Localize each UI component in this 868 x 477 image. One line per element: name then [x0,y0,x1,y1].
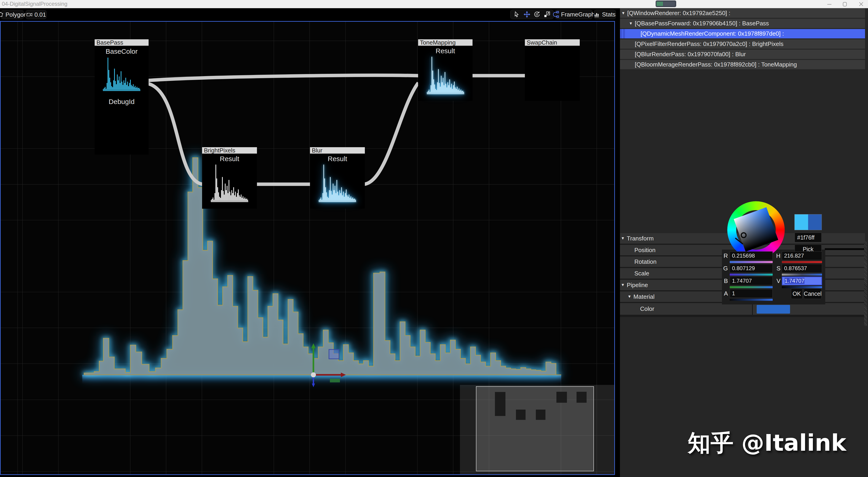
tree-item-label: [QBlurRenderPass: 0x1979070fa00] : Blur [635,51,746,58]
property-label: Pipeline [627,282,648,289]
field-label-R: R [721,251,728,260]
graph-node-blur[interactable]: Blur Result [310,147,365,209]
expand-arrow-icon[interactable]: ▼ [629,21,633,26]
gizmo-origin[interactable] [311,372,316,377]
property-row-color[interactable]: Color [620,303,865,315]
minimap-node [556,392,567,403]
material-color-swatch[interactable] [757,305,790,314]
tree-item-label: [QDynamicMeshRenderComponent: 0x1978f897… [641,30,784,37]
field-input-H[interactable]: 216.827 [782,251,822,260]
selected-object[interactable] [329,349,339,359]
camera-speed-value: 0.01 [34,11,46,18]
stats-toggle-button[interactable]: Stats [594,9,616,19]
minimap-node [516,410,526,420]
node-output-label: Result [418,47,472,55]
node-output-label: DebugId [95,98,149,105]
window-title: 04-DigitalSignalProcessing [2,0,67,8]
polygon-mode-button[interactable]: Polygon [1,10,24,19]
expand-arrow-icon[interactable]: ▼ [621,236,625,241]
expand-arrow-icon[interactable]: ▼ [621,11,625,15]
camera-icon [26,12,33,18]
tree-item-4[interactable]: ▼[QBlurRenderPass: 0x1979070fa00] : Blur [620,50,865,59]
field-slider-G[interactable] [730,274,773,276]
property-label: Material [633,293,654,300]
field-label-A: A [721,289,728,298]
property-label: Position [634,247,656,254]
scale-tool-icon[interactable] [544,11,550,18]
graph-node-brightpixels[interactable]: BrightPixels Result [202,147,257,209]
graph-minimap[interactable] [460,385,615,474]
node-title[interactable]: BrightPixels [202,147,257,154]
property-label: Scale [634,270,649,277]
panel-scrollbar[interactable] [864,241,867,326]
tree-item-label: [QBloomMerageRenderPass: 0x1978f892cb0] … [635,61,797,68]
camera-speed-button[interactable]: 0.01 [26,10,46,19]
ok-button[interactable]: OK [791,288,802,299]
transform-tool-group [510,9,554,19]
field-slider-R[interactable] [730,261,773,263]
hue-handle[interactable] [741,232,747,238]
node-title[interactable]: Blur [310,147,365,154]
node-title[interactable]: SwapChain [525,39,580,46]
property-label: Rotation [634,258,656,265]
rotate-tool-icon[interactable] [534,11,540,18]
framegraph-toggle-button[interactable]: FrameGraph [555,9,592,19]
close-button[interactable] [856,1,866,7]
field-input-V[interactable]: 1.74707 [782,277,822,285]
minimap-viewport-rect[interactable] [476,386,594,471]
field-slider-B[interactable] [730,286,773,288]
node-title[interactable]: ToneMapping [418,39,472,46]
minimize-button[interactable] [825,1,834,7]
minimap-node [536,410,546,420]
field-label-S: S [774,264,780,273]
property-label: Color [640,305,654,312]
stats-icon [594,11,600,18]
current-color-swatch[interactable] [795,214,808,230]
polygon-label: Polygon [5,11,27,18]
maximize-button[interactable] [840,1,849,7]
graph-node-tonemapping[interactable]: ToneMapping Result [418,39,472,101]
expand-arrow-icon[interactable]: ▼ [627,294,631,299]
color-swatches [795,214,822,230]
watermark: 知乎 @Italink [688,428,846,459]
move-tool-icon[interactable] [524,11,530,18]
tonemapping-thumbnail [427,56,464,95]
field-label-V: V [774,277,780,285]
tree-item-2[interactable]: [QDynamicMeshRenderComponent: 0x1978f897… [620,29,865,38]
hue-wheel[interactable] [727,201,785,259]
selection-indent-marker [623,29,625,38]
field-slider-H[interactable] [782,261,822,263]
hex-color-input[interactable]: #1f76ff [795,233,822,242]
node-output-label: BaseColor [95,47,149,55]
field-input-B[interactable]: 1.74707 [730,277,773,285]
field-input-R[interactable]: 0.215698 [730,251,773,260]
tree-item-label: [QBasePassForward: 0x197906b4150] : Base… [635,20,769,27]
field-input-S[interactable]: 0.876537 [782,264,822,273]
title-bar: 04-DigitalSignalProcessing [0,0,868,8]
previous-color-swatch[interactable] [808,214,822,230]
graph-node-swapchain[interactable]: SwapChain [525,39,580,101]
field-input-G[interactable]: 0.807129 [730,264,773,273]
tree-item-0[interactable]: ▼[QWindowRenderer: 0x19792ae5250] : [620,8,865,18]
field-slider-A[interactable] [730,299,773,301]
field-input-A[interactable]: 1 [730,289,773,298]
cancel-button[interactable]: Cancel [804,288,822,299]
selection-indent-marker [620,29,622,38]
node-output-label: Result [202,155,257,163]
expand-arrow-icon[interactable]: ▼ [621,283,625,287]
node-title[interactable]: BasePass [95,39,149,46]
stats-label: Stats [602,11,615,18]
field-slider-S[interactable] [782,274,822,276]
tree-item-5[interactable]: ▼[QBloomMerageRenderPass: 0x1978f892cb0]… [620,60,865,69]
audio-level-meter [656,0,676,7]
minimap-node [495,392,505,416]
cursor-tool-icon[interactable] [514,11,520,18]
field-label-B: B [721,277,728,285]
property-label: Transform [627,235,654,242]
graph-node-basepass[interactable]: BasePass BaseColor DebugId [95,39,149,155]
tree-item-3[interactable]: ▼[QPixelFilterRenderPass: 0x1979070a2c0]… [620,39,865,49]
tree-item-1[interactable]: ▼[QBasePassForward: 0x197906b4150] : Bas… [620,19,865,28]
tree-item-label: [QPixelFilterRenderPass: 0x1979070a2c0] … [635,40,783,47]
node-output-label: Result [310,155,365,163]
field-slider-V[interactable] [782,286,822,288]
